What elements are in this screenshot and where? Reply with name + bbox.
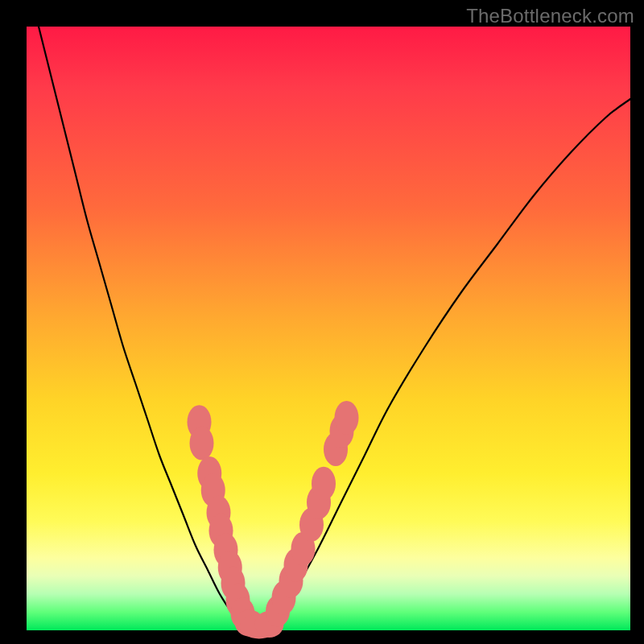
watermark-text: TheBottleneck.com xyxy=(466,5,634,27)
curve-svg xyxy=(27,27,630,630)
chart-frame: TheBottleneck.com xyxy=(0,0,644,644)
plot-area xyxy=(27,27,630,630)
curve-marker xyxy=(190,427,214,460)
curve-marker xyxy=(312,467,336,501)
bottleneck-curve xyxy=(39,27,630,630)
curve-marker xyxy=(335,401,359,435)
